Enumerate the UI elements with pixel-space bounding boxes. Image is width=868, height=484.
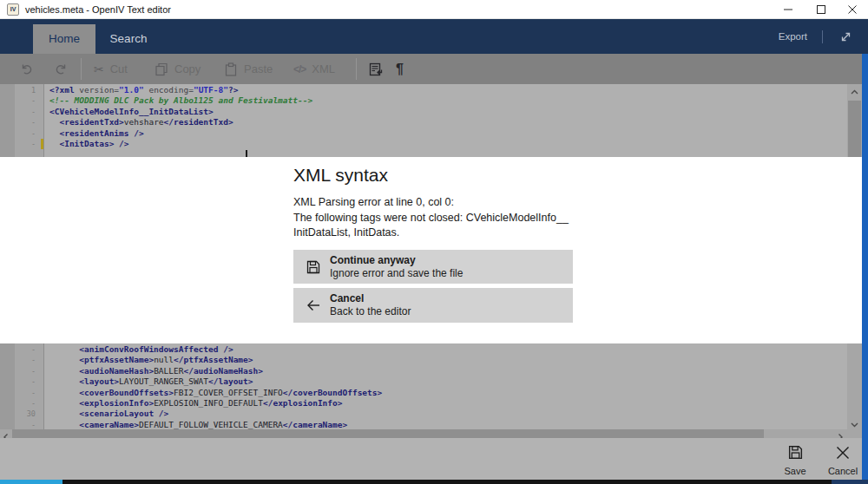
token-text: vehshare [124, 117, 164, 127]
undo-button[interactable] [19, 54, 34, 84]
copy-button[interactable]: Copy [155, 54, 201, 84]
code-text: <scenarioLayout /> [49, 409, 168, 419]
copy-icon [155, 62, 168, 76]
maximize-button[interactable] [806, 0, 837, 19]
bottom-code-line[interactable]: - <coverBoundOffsets>FBI2_COVER_OFFSET_I… [0, 388, 833, 398]
cancel-button[interactable]: Cancel [824, 444, 862, 477]
token-tag: <audioNameHash> [79, 366, 154, 376]
window-accent-border [862, 54, 868, 480]
token-tag: <CVehicleModelInfo__InitDataList> [49, 107, 214, 116]
token-text: DEFAULT_FOLLOW_VEHICLE_CAMERA [139, 420, 283, 429]
show-paragraph-marks-button[interactable]: ¶ [396, 54, 404, 84]
dialog-message-line: The following tags were not closed: CVeh… [293, 211, 569, 226]
editor-toolbar: ✂ Cut Copy Paste </> XML [0, 54, 868, 84]
top-code-line[interactable] [0, 149, 833, 157]
horizontal-scrollbar-thumb[interactable] [12, 429, 764, 438]
top-code-line[interactable]: -<!-- MODDING DLC Pack by Albo1125 and F… [0, 95, 833, 106]
token-tag: <ptfxAssetName> [79, 355, 154, 364]
code-text: <layout>LAYOUT_RANGER_SWAT</layout> [49, 376, 253, 387]
dialog-title: XML syntax [293, 165, 388, 186]
footer-bar: Save Cancel [0, 438, 868, 480]
token-tag: <residentTxd> [59, 117, 123, 127]
bottom-code-line[interactable]: - <animConvRoofWindowsAffected /> [0, 344, 833, 355]
bottom-edge-strip [0, 480, 868, 484]
word-wrap-icon [368, 62, 384, 77]
expand-editor-button[interactable] [839, 30, 852, 43]
vertical-scrollbar-thumb[interactable] [848, 101, 861, 157]
xml-button[interactable]: </> XML [293, 54, 335, 84]
dialog-message-line: XML Parsing error at line 0, col 0: [293, 195, 569, 211]
code-text: <!-- MODDING DLC Pack by Albo1125 and Fe… [49, 95, 312, 106]
top-code-line[interactable]: - <residentAnims /> [0, 128, 833, 139]
code-editor-top[interactable]: 1<?xml version="1.0" encoding="UTF-8"?>-… [0, 84, 868, 157]
bottom-code-line[interactable]: - <cameraName>DEFAULT_FOLLOW_VEHICLE_CAM… [0, 420, 833, 429]
minimize-icon [784, 5, 792, 14]
top-code-line[interactable]: -<CVehicleModelInfo__InitDataList> [0, 107, 833, 117]
code-editor-bottom[interactable]: - <animConvRoofWindowsAffected />- <ptfx… [0, 343, 868, 429]
export-button[interactable]: Export [779, 19, 807, 54]
token-text: EXPLOSION_INFO_DEFAULT [154, 398, 263, 408]
redo-button[interactable] [54, 54, 69, 84]
token-text [49, 139, 59, 148]
token-text: FBI2_COVER_OFFSET_INFO [174, 388, 283, 397]
line-number: 1 [15, 85, 36, 95]
cut-button[interactable]: ✂ Cut [94, 54, 128, 84]
paste-label: Paste [244, 62, 273, 75]
tab-home[interactable]: Home [33, 24, 95, 54]
line-number: - [15, 355, 36, 365]
token-text [49, 409, 79, 418]
top-code-line[interactable]: - <residentTxd>vehshare</residentTxd> [0, 117, 833, 128]
save-icon [306, 259, 321, 275]
maximize-icon [817, 5, 825, 14]
token-tag: <coverBoundOffsets> [79, 388, 174, 397]
close-button[interactable] [837, 0, 868, 19]
text-caret [246, 150, 247, 157]
token-tag: ?> [228, 85, 238, 95]
cancel-dialog-title: Cancel [330, 292, 364, 304]
line-number: - [15, 366, 36, 376]
line-number: - [15, 344, 36, 355]
toolbar-separator [356, 58, 357, 80]
token-tag: <explosionInfo> [79, 398, 154, 408]
modified-line-marker [41, 139, 43, 149]
token-text [49, 344, 79, 354]
line-number: - [15, 95, 36, 106]
token-text: null [154, 355, 174, 364]
save-button[interactable]: Save [776, 444, 814, 477]
bottom-code-line[interactable]: - <audioNameHash>BALLER</audioNameHash> [0, 366, 833, 376]
toolbar-separator [81, 58, 82, 80]
titlebar: IV vehicles.meta - OpenIV Text editor [0, 0, 868, 19]
bottom-code-line[interactable]: - <layout>LAYOUT_RANGER_SWAT</layout> [0, 376, 833, 387]
line-number: - [15, 420, 36, 429]
horizontal-scrollbar[interactable] [0, 429, 868, 438]
line-number: 30 [15, 409, 36, 419]
copy-label: Copy [174, 62, 201, 75]
line-number: - [15, 388, 36, 398]
top-code-line[interactable]: 1<?xml version="1.0" encoding="UTF-8"?> [0, 85, 833, 95]
token-text [49, 376, 79, 386]
minimize-button[interactable] [773, 0, 804, 19]
top-code-line[interactable]: - <InitDatas> /> [0, 139, 833, 149]
token-tag: </cameraName> [283, 420, 347, 429]
word-wrap-button[interactable] [368, 54, 384, 84]
paste-icon [224, 62, 238, 76]
continue-anyway-subtitle: Ignore error and save the file [330, 267, 463, 279]
openiv-text-editor-window: IV vehicles.meta - OpenIV Text editor Ho… [0, 0, 868, 484]
token-tag: </audioNameHash> [183, 366, 263, 376]
token-text [49, 128, 59, 138]
tab-search[interactable]: Search [95, 24, 161, 54]
bottom-code-line[interactable]: - <ptfxAssetName>null</ptfxAssetName> [0, 355, 833, 365]
continue-anyway-button[interactable]: Continue anyway Ignore error and save th… [293, 250, 573, 284]
cancel-dialog-button[interactable]: Cancel Back to the editor [293, 288, 573, 323]
ribbon: Home Search Export [0, 19, 868, 54]
vertical-scrollbar[interactable] [847, 343, 862, 429]
scroll-up-arrow-icon[interactable] [850, 85, 859, 101]
bottom-code-line[interactable]: 30 <scenarioLayout /> [0, 409, 833, 419]
paste-button[interactable]: Paste [224, 54, 273, 84]
save-label: Save [776, 466, 814, 476]
line-number: - [15, 117, 36, 128]
vertical-scrollbar[interactable] [847, 84, 862, 157]
token-tag: </residentTxd> [164, 117, 233, 127]
bottom-code-line[interactable]: - <explosionInfo>EXPLOSION_INFO_DEFAULT<… [0, 398, 833, 409]
window-corner [832, 480, 868, 484]
